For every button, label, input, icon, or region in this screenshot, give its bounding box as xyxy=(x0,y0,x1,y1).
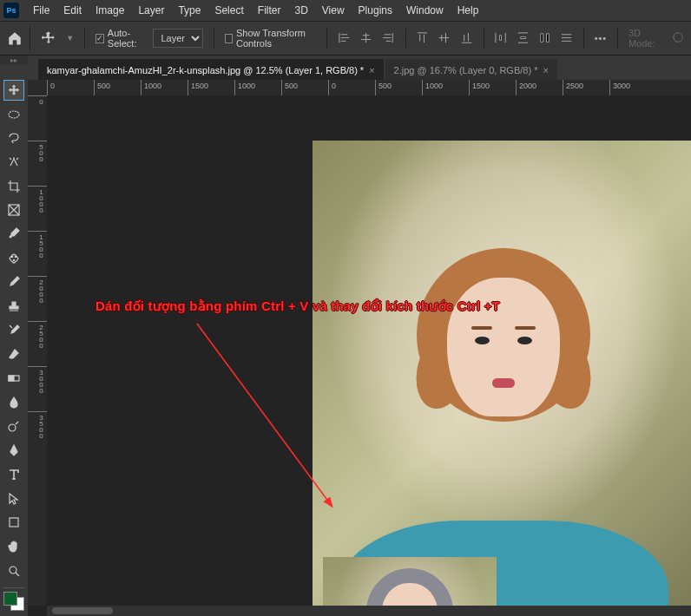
tab-label: kamyar-ghalamchi-AmuzHI_2r-k-unsplash.jp… xyxy=(47,65,364,75)
ruler-mark: 3000 xyxy=(609,80,656,95)
align-more-icon[interactable] xyxy=(560,29,573,47)
layer-dropdown[interactable]: Layer xyxy=(153,29,203,48)
ruler-mark: 1500 xyxy=(188,80,234,95)
color-swatches[interactable] xyxy=(3,592,24,609)
show-transform-checkbox[interactable]: Show Transform Controls xyxy=(225,28,316,49)
move-tool-icon xyxy=(39,26,57,50)
lasso-tool[interactable] xyxy=(3,128,24,148)
menu-select[interactable]: Select xyxy=(207,1,250,20)
dodge-tool[interactable] xyxy=(3,416,24,437)
ruler-mark: 0 xyxy=(47,80,94,95)
close-icon[interactable]: × xyxy=(543,65,548,75)
menu-file[interactable]: File xyxy=(26,1,56,20)
options-bar: ▼ Auto-Select: Layer Show Transform Cont… xyxy=(0,21,691,56)
menu-plugins[interactable]: Plugins xyxy=(352,1,399,20)
type-tool[interactable] xyxy=(3,464,24,485)
crop-tool[interactable] xyxy=(3,176,24,197)
ruler-mark: 1500 xyxy=(469,80,516,95)
align-center-h-icon[interactable] xyxy=(359,29,372,47)
hand-tool[interactable] xyxy=(3,536,24,557)
distribute-h-icon[interactable] xyxy=(494,29,507,47)
3d-mode-icon[interactable] xyxy=(672,31,684,45)
quick-select-tool[interactable] xyxy=(3,152,24,173)
document-tabs: kamyar-ghalamchi-AmuzHI_2r-k-unsplash.jp… xyxy=(28,56,691,80)
shape-tool[interactable] xyxy=(3,512,24,533)
align-bottom-icon[interactable] xyxy=(460,29,473,47)
menu-edit[interactable]: Edit xyxy=(56,1,89,20)
3d-mode-label: 3D Mode: xyxy=(628,28,660,49)
ruler-mark: 2000 xyxy=(516,80,563,95)
ruler-mark: 3500 xyxy=(28,411,47,456)
svg-point-4 xyxy=(11,256,12,257)
divider xyxy=(214,29,214,48)
divider xyxy=(3,587,24,588)
brush-tool[interactable] xyxy=(3,272,24,293)
history-brush-tool[interactable] xyxy=(3,320,24,341)
align-right-icon[interactable] xyxy=(381,29,394,47)
distribute-v-icon[interactable] xyxy=(517,29,530,47)
tab-document-2[interactable]: 2.jpg @ 16.7% (Layer 0, RGB/8) * × xyxy=(385,59,557,80)
ruler-mark: 2500 xyxy=(28,321,47,366)
stamp-tool[interactable] xyxy=(3,296,24,317)
ruler-mark: 500 xyxy=(94,80,141,95)
frame-tool[interactable] xyxy=(3,200,24,220)
scrollbar-thumb[interactable] xyxy=(52,607,113,614)
divider xyxy=(405,29,406,48)
svg-point-9 xyxy=(9,424,16,431)
marquee-tool[interactable] xyxy=(3,104,24,125)
horizontal-scrollbar[interactable] xyxy=(47,606,691,616)
ruler-mark: 1500 xyxy=(28,231,47,276)
menu-help[interactable]: Help xyxy=(451,1,486,20)
eyedropper-tool[interactable] xyxy=(3,224,24,245)
align-top-icon[interactable] xyxy=(416,29,429,47)
menu-filter[interactable]: Filter xyxy=(251,1,288,20)
pen-tool[interactable] xyxy=(3,440,24,461)
align-center-v-icon[interactable] xyxy=(438,29,451,47)
ruler-mark: 2000 xyxy=(28,276,47,321)
menu-image[interactable]: Image xyxy=(89,1,131,20)
ruler-mark: 2500 xyxy=(563,80,609,95)
annotation-text: Dán đối tượng bằng phím Ctrl + V và thay… xyxy=(95,298,500,314)
svg-point-6 xyxy=(13,259,14,260)
move-tool[interactable] xyxy=(3,80,24,101)
foreground-color[interactable] xyxy=(3,592,17,606)
ruler-horizontal[interactable]: 0 500 1000 1500 1000 500 0 500 1000 1500… xyxy=(47,80,691,95)
tab-label: 2.jpg @ 16.7% (Layer 0, RGB/8) * xyxy=(394,65,538,75)
blur-tool[interactable] xyxy=(3,392,24,413)
divider xyxy=(583,29,584,48)
svg-line-12 xyxy=(197,324,332,506)
ruler-corner xyxy=(28,80,47,95)
ruler-mark: 500 xyxy=(28,141,47,186)
path-select-tool[interactable] xyxy=(3,488,24,509)
gradient-tool[interactable] xyxy=(3,368,24,389)
toolbar-collapse-icon[interactable]: ▸▸ xyxy=(0,56,28,64)
divider xyxy=(617,29,618,48)
home-button[interactable] xyxy=(7,26,30,50)
close-icon[interactable]: × xyxy=(369,65,374,75)
tab-document-1[interactable]: kamyar-ghalamchi-AmuzHI_2r-k-unsplash.jp… xyxy=(38,59,384,80)
align-left-icon[interactable] xyxy=(338,29,351,47)
ruler-vertical[interactable]: 0 500 1000 1500 2000 2500 3000 3500 xyxy=(28,95,47,606)
menu-type[interactable]: Type xyxy=(171,1,207,20)
svg-point-11 xyxy=(10,567,16,573)
document-canvas[interactable] xyxy=(313,141,691,609)
svg-point-5 xyxy=(15,256,16,257)
menu-window[interactable]: Window xyxy=(399,1,451,20)
distribute-spacing-icon[interactable] xyxy=(538,29,551,47)
healing-tool[interactable] xyxy=(3,248,24,269)
menubar: Ps File Edit Image Layer Type Select Fil… xyxy=(0,0,691,21)
zoom-tool[interactable] xyxy=(3,560,24,581)
auto-select-checkbox[interactable]: Auto-Select: xyxy=(95,28,145,49)
eraser-tool[interactable] xyxy=(3,344,24,365)
chevron-down-icon[interactable]: ▼ xyxy=(66,34,74,43)
ruler-mark: 1000 xyxy=(141,80,188,95)
more-options-icon[interactable]: ••• xyxy=(595,33,608,43)
menu-layer[interactable]: Layer xyxy=(131,1,171,20)
svg-rect-3 xyxy=(9,253,18,263)
show-transform-label: Show Transform Controls xyxy=(236,28,316,49)
menu-3d[interactable]: 3D xyxy=(287,1,314,20)
menu-view[interactable]: View xyxy=(315,1,352,20)
auto-select-label: Auto-Select: xyxy=(108,28,145,49)
canvas-area: 0 500 1000 1500 1000 500 0 500 1000 1500… xyxy=(28,80,691,616)
ruler-mark: 500 xyxy=(375,80,422,95)
